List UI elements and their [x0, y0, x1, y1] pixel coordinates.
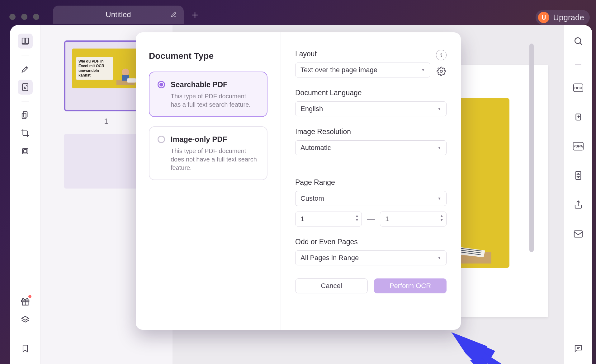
- resolution-select[interactable]: Automatic ▼: [295, 140, 447, 155]
- page-range-label: Page Range: [295, 178, 335, 187]
- upgrade-button[interactable]: U Upgrade: [536, 10, 590, 25]
- odd-even-value: All Pages in Range: [300, 254, 359, 262]
- range-to-input[interactable]: 1: [380, 212, 447, 226]
- svg-rect-0: [22, 84, 28, 91]
- pdfa-icon[interactable]: PDF/A: [571, 140, 585, 152]
- page-range-value: Custom: [300, 194, 324, 203]
- range-from-value: 1: [300, 215, 304, 223]
- person-illustration-icon: [113, 65, 138, 86]
- rotate-icon[interactable]: [571, 111, 585, 123]
- zoom-dot-icon[interactable]: [33, 14, 39, 20]
- ocr-icon[interactable]: OCR: [571, 82, 585, 94]
- chevron-down-icon: ▼: [438, 196, 441, 201]
- window-traffic-lights: [9, 14, 39, 20]
- odd-even-select[interactable]: All Pages in Range ▼: [295, 250, 447, 265]
- range-from-input[interactable]: 1: [295, 212, 362, 226]
- layout-value: Text over the page image: [300, 66, 377, 74]
- chevron-down-icon: ▼: [438, 107, 441, 111]
- option-searchable-pdf[interactable]: Searchable PDF This type of PDF document…: [149, 72, 267, 117]
- radio-icon: [158, 81, 165, 88]
- workspace: Wie du PDF in Excel mit OCR umwandeln ka…: [10, 25, 592, 364]
- right-toolbar: OCR PDF/A: [564, 25, 592, 364]
- svg-rect-4: [24, 150, 27, 153]
- new-tab-button[interactable]: ＋: [188, 8, 202, 21]
- cancel-button[interactable]: Cancel: [295, 278, 368, 293]
- thumbnail-preview: Wie du PDF in Excel mit OCR umwandeln ka…: [72, 49, 140, 88]
- svg-point-12: [575, 38, 581, 44]
- mail-icon[interactable]: [571, 228, 585, 240]
- comment-icon[interactable]: [571, 342, 585, 355]
- document-type-heading: Document Type: [149, 51, 267, 61]
- minimise-dot-icon[interactable]: [21, 14, 27, 20]
- gift-icon[interactable]: [18, 294, 33, 309]
- stepper-arrows[interactable]: ▲▼: [440, 213, 443, 222]
- svg-rect-2: [22, 113, 26, 119]
- range-dash: —: [367, 214, 375, 224]
- chevron-down-icon: ▼: [438, 146, 441, 150]
- resolution-label: Image Resolution: [295, 128, 351, 136]
- tab-bar: Untitled ＋: [53, 6, 202, 24]
- svg-rect-15: [576, 114, 580, 120]
- page-range-select[interactable]: Custom ▼: [295, 191, 447, 206]
- separator: [21, 55, 29, 55]
- option-title: Searchable PDF: [171, 80, 258, 89]
- perform-ocr-button[interactable]: Perform OCR: [374, 278, 447, 293]
- gear-icon[interactable]: [436, 66, 447, 77]
- edit-icon[interactable]: [171, 12, 177, 18]
- language-label: Document Language: [295, 89, 362, 97]
- svg-rect-19: [574, 231, 582, 237]
- option-desc: This type of PDF document has a full tex…: [171, 92, 258, 109]
- chevron-down-icon: ▼: [438, 256, 441, 260]
- left-toolbar: [10, 25, 40, 364]
- compress-icon[interactable]: [571, 169, 585, 182]
- resolution-value: Automatic: [300, 144, 331, 152]
- upgrade-label: Upgrade: [553, 13, 584, 22]
- highlighter-icon[interactable]: [18, 62, 33, 77]
- language-value: English: [300, 105, 323, 113]
- crop-icon[interactable]: [18, 126, 33, 141]
- search-icon[interactable]: [571, 35, 585, 47]
- ocr-dialog: Document Type Searchable PDF This type o…: [136, 32, 461, 330]
- odd-even-label: Odd or Even Pages: [295, 238, 358, 246]
- option-image-only-pdf[interactable]: Image-only PDF This type of PDF document…: [149, 126, 267, 180]
- scrollbar-track[interactable]: [529, 44, 534, 252]
- dialog-left-pane: Document Type Searchable PDF This type o…: [136, 32, 281, 330]
- separator: [21, 101, 29, 101]
- pages-icon[interactable]: [18, 108, 33, 123]
- stamp-icon[interactable]: [18, 144, 33, 159]
- language-select[interactable]: English ▼: [295, 101, 447, 116]
- avatar-badge: U: [538, 12, 549, 23]
- option-title: Image-only PDF: [171, 135, 258, 144]
- svg-rect-18: [575, 171, 580, 180]
- dialog-right-pane: Layout Text over the page image ▼: [281, 32, 461, 330]
- layers-icon[interactable]: [18, 312, 33, 327]
- svg-text:PDF/A: PDF/A: [574, 145, 583, 148]
- chevron-down-icon: ▼: [421, 68, 425, 72]
- svg-point-20: [441, 56, 441, 57]
- share-icon[interactable]: [571, 198, 585, 211]
- document-tab[interactable]: Untitled: [53, 6, 184, 24]
- option-desc: This type of PDF document does not have …: [171, 147, 258, 172]
- svg-text:OCR: OCR: [574, 86, 582, 90]
- scrollbar-thumb[interactable]: [529, 44, 534, 252]
- stepper-arrows[interactable]: ▲▼: [355, 213, 359, 222]
- bookmark-icon[interactable]: [18, 341, 33, 356]
- book-icon[interactable]: [18, 34, 33, 49]
- thumbnail-text: Wie du PDF in Excel mit OCR umwandeln ka…: [76, 57, 113, 80]
- range-to-value: 1: [385, 215, 389, 223]
- svg-rect-10: [127, 78, 136, 83]
- close-dot-icon[interactable]: [9, 14, 16, 20]
- layout-label: Layout: [295, 50, 317, 58]
- help-icon[interactable]: [436, 50, 447, 60]
- svg-rect-1: [23, 112, 27, 117]
- layout-select[interactable]: Text over the page image ▼: [295, 63, 430, 77]
- perform-label: Perform OCR: [390, 282, 431, 290]
- tab-title: Untitled: [106, 10, 131, 19]
- svg-point-21: [440, 70, 442, 72]
- separator: [575, 64, 581, 65]
- radio-icon: [158, 136, 165, 143]
- notification-dot-icon: [28, 295, 31, 298]
- pen-page-icon[interactable]: [18, 80, 33, 95]
- cancel-label: Cancel: [321, 282, 342, 290]
